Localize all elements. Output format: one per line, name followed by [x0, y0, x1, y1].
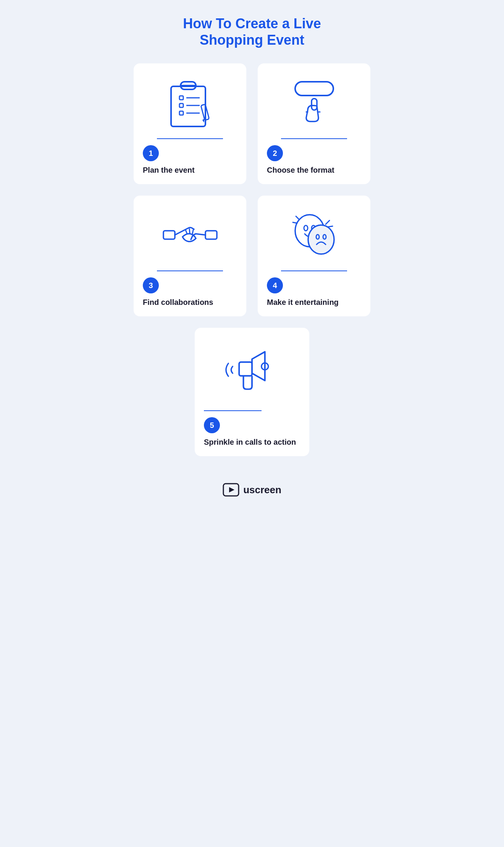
svg-rect-27 — [239, 362, 252, 376]
step-5-icon-area — [204, 335, 300, 404]
megaphone-icon — [218, 335, 286, 404]
step-3-label: Find collaborations — [143, 297, 213, 307]
handshake-icon — [160, 203, 221, 264]
svg-line-24 — [328, 226, 333, 227]
page-title: How To Create a Live Shopping Event — [134, 15, 370, 48]
step-2-label: Choose the format — [267, 165, 334, 175]
step-2-icon-area — [267, 71, 361, 132]
svg-rect-7 — [179, 111, 183, 115]
step-5-card: 5 Sprinkle in calls to action — [195, 328, 309, 456]
svg-rect-15 — [163, 231, 175, 239]
step-4-label: Make it entertaining — [267, 297, 339, 307]
brand-footer: uscreen — [134, 483, 370, 497]
step-3-card: 3 Find collaborations — [134, 196, 246, 316]
step-1-divider — [157, 138, 223, 139]
svg-line-25 — [296, 216, 299, 219]
step-3-icon-area — [143, 203, 237, 264]
step-5-badge: 5 — [204, 417, 220, 433]
svg-rect-3 — [179, 96, 183, 100]
step-1-icon-area — [143, 71, 237, 132]
svg-point-18 — [304, 225, 308, 231]
step-4-icon-area — [267, 203, 361, 264]
uscreen-logo-icon — [223, 483, 239, 497]
svg-line-23 — [326, 220, 330, 224]
svg-point-20 — [308, 225, 334, 254]
clipboard-icon — [160, 71, 221, 132]
svg-rect-11 — [295, 82, 333, 96]
svg-rect-12 — [312, 99, 317, 110]
svg-marker-30 — [229, 487, 234, 492]
steps-row-2: 3 Find collaborations — [134, 196, 370, 316]
step-3-divider — [157, 270, 223, 271]
svg-marker-10 — [202, 118, 205, 123]
step-3-badge: 3 — [143, 277, 159, 293]
step-5-divider — [204, 410, 262, 411]
steps-row-1: 1 Plan the event — [134, 63, 370, 184]
brand-name: uscreen — [243, 484, 281, 496]
svg-line-26 — [293, 222, 297, 223]
step-4-divider — [281, 270, 347, 271]
step-1-card: 1 Plan the event — [134, 63, 246, 184]
svg-rect-16 — [205, 231, 217, 239]
step-2-divider — [281, 138, 347, 139]
page: How To Create a Live Shopping Event — [126, 0, 378, 520]
step-4-card: 4 Make it entertaining — [258, 196, 370, 316]
step-2-badge: 2 — [267, 145, 283, 161]
step-1-badge: 1 — [143, 145, 159, 161]
step-1-label: Plan the event — [143, 165, 195, 175]
step-5-label: Sprinkle in calls to action — [204, 437, 296, 447]
svg-rect-5 — [179, 104, 183, 107]
button-press-icon — [284, 71, 345, 132]
steps-row-3: 5 Sprinkle in calls to action — [134, 328, 370, 475]
theater-masks-icon — [284, 203, 345, 264]
step-2-card: 2 Choose the format — [258, 63, 370, 184]
svg-rect-0 — [171, 86, 205, 126]
step-4-badge: 4 — [267, 277, 283, 293]
